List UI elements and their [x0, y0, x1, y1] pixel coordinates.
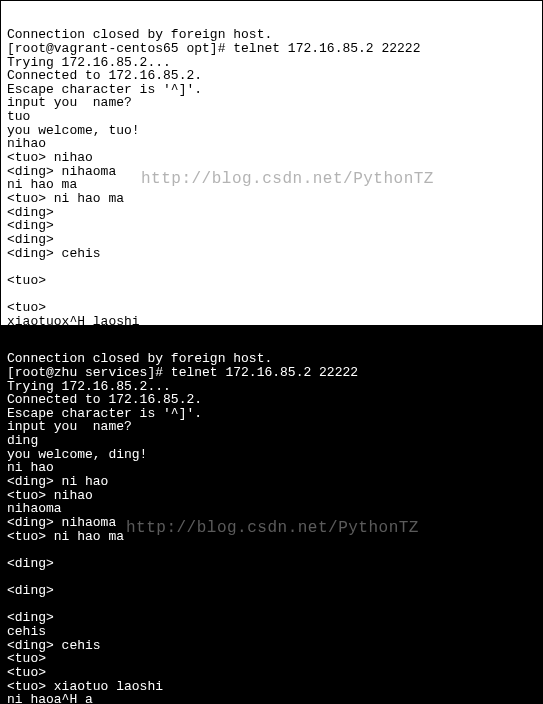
terminal-line: <tuo> [7, 666, 536, 680]
terminal-line: <ding> cehis [7, 247, 536, 261]
terminal-line: input you name? [7, 420, 536, 434]
terminal-line: <tuo> [7, 652, 536, 666]
terminal-line: Escape character is '^]'. [7, 407, 536, 421]
terminal-line [7, 543, 536, 557]
terminal-line: Trying 172.16.85.2... [7, 56, 536, 70]
terminal-line: <ding> nihaoma [7, 165, 536, 179]
terminal-line: [root@zhu services]# telnet 172.16.85.2 … [7, 366, 536, 380]
terminal-line: you welcome, tuo! [7, 124, 536, 138]
terminal-line [7, 287, 536, 301]
terminal-line: ni haoa^H a [7, 693, 536, 704]
terminal-line: <tuo> ni hao ma [7, 192, 536, 206]
terminal-line: <ding> [7, 219, 536, 233]
terminal-line: nihao [7, 137, 536, 151]
terminal-line: <ding> [7, 557, 536, 571]
terminal-line: [root@vagrant-centos65 opt]# telnet 172.… [7, 42, 536, 56]
terminal-pane-light[interactable]: Connection closed by foreign host.[root@… [0, 0, 543, 325]
terminal-line: <ding> [7, 206, 536, 220]
terminal-line: <tuo> ni hao ma [7, 530, 536, 544]
terminal-line: ni hao ma [7, 178, 536, 192]
terminal-line: Trying 172.16.85.2... [7, 380, 536, 394]
terminal-line: <tuo> [7, 274, 536, 288]
terminal-line: <ding> [7, 233, 536, 247]
terminal-line: ni hao [7, 461, 536, 475]
terminal-line: nihaoma [7, 502, 536, 516]
terminal-line: input you name? [7, 96, 536, 110]
terminal-line: <tuo> [7, 301, 536, 315]
terminal-line: <ding> ni hao [7, 475, 536, 489]
terminal-output-light: Connection closed by foreign host.[root@… [7, 28, 536, 355]
terminal-line [7, 260, 536, 274]
terminal-line: <tuo> nihao [7, 151, 536, 165]
terminal-line [7, 598, 536, 612]
terminal-line: tuo [7, 110, 536, 124]
terminal-line: Connection closed by foreign host. [7, 28, 536, 42]
terminal-line: <ding> [7, 611, 536, 625]
terminal-pane-dark[interactable]: Connection closed by foreign host.[root@… [0, 325, 543, 704]
terminal-line: Connection closed by foreign host. [7, 352, 536, 366]
terminal-line: ding [7, 434, 536, 448]
terminal-line: <ding> [7, 584, 536, 598]
terminal-line: Escape character is '^]'. [7, 83, 536, 97]
terminal-line: <tuo> xiaotuo laoshi [7, 680, 536, 694]
terminal-line: cehis [7, 625, 536, 639]
terminal-output-dark: Connection closed by foreign host.[root@… [7, 352, 536, 704]
terminal-line: Connected to 172.16.85.2. [7, 69, 536, 83]
terminal-line: <tuo> nihao [7, 489, 536, 503]
terminal-line: <ding> cehis [7, 639, 536, 653]
terminal-line [7, 571, 536, 585]
terminal-line: Connected to 172.16.85.2. [7, 393, 536, 407]
terminal-line: you welcome, ding! [7, 448, 536, 462]
terminal-line: <ding> nihaoma [7, 516, 536, 530]
